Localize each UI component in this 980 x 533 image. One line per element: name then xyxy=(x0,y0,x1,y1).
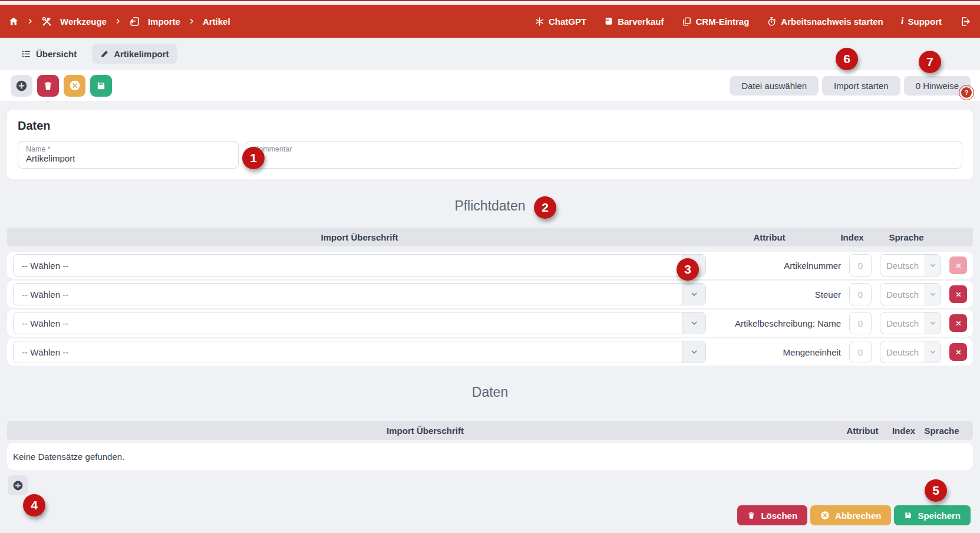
cancel-button[interactable]: Abbrechen xyxy=(810,505,891,525)
page: Werkzeuge Importe Artikel ChatGPT xyxy=(0,0,980,533)
navbar-actions: ChatGPT Barverkauf CRM-Eintrag Arbeitsna… xyxy=(534,15,971,27)
home-icon[interactable] xyxy=(8,16,19,27)
breadcrumb: Werkzeuge Importe Artikel xyxy=(8,16,230,27)
save-button[interactable]: Speichern xyxy=(894,505,971,525)
annotation-badge-5: 5 xyxy=(925,479,947,502)
footer-actions: Löschen Abbrechen Speichern xyxy=(737,505,971,525)
top-strip xyxy=(0,0,980,5)
annotation-badge-4: 4 xyxy=(23,494,45,516)
table-row: -- Wählen -- Artikelbeschreibung: Name D… xyxy=(7,310,973,337)
pflichtdaten-title: Pflichtdaten xyxy=(0,198,980,215)
chevron-separator-icon xyxy=(27,18,34,25)
toolbar-right: Datei auswählen Import starten 0 Hinweis… xyxy=(730,76,971,96)
choose-file-button[interactable]: Datei auswählen xyxy=(730,76,819,96)
import-column-select[interactable]: -- Wählen -- xyxy=(13,312,706,334)
name-fieldbox: Name * xyxy=(18,141,239,169)
empty-state-text: Keine Datensätze gefunden. xyxy=(13,452,124,462)
remove-row-button[interactable] xyxy=(949,256,967,274)
daten-card-title: Daten xyxy=(18,119,962,133)
sprache-select[interactable]: Deutsch xyxy=(880,254,941,277)
attribut-value: Artikelnummer xyxy=(706,261,849,271)
save-icon xyxy=(904,511,912,519)
sprache-select[interactable]: Deutsch xyxy=(880,312,941,334)
sprache-select[interactable]: Deutsch xyxy=(880,283,941,305)
annotation-badge-6: 6 xyxy=(836,48,858,70)
toolbar: Datei auswählen Import starten 0 Hinweis… xyxy=(0,70,980,101)
import-column-select[interactable]: -- Wählen -- xyxy=(13,283,706,305)
column-sprache: Sprache xyxy=(920,426,967,436)
table-row: -- Wählen -- Artikelnummer Deutsch xyxy=(7,252,973,279)
tab-row: Übersicht Artikelimport ? xyxy=(0,38,980,70)
remove-row-button[interactable] xyxy=(949,285,967,303)
crm-icon xyxy=(682,17,692,27)
attribut-value: Artikelbeschreibung: Name xyxy=(706,318,849,328)
kommentar-input[interactable] xyxy=(254,153,954,163)
chatgpt-icon xyxy=(534,17,545,27)
x-icon xyxy=(955,320,962,327)
nav-item-crm-eintrag[interactable]: CRM-Eintrag xyxy=(682,17,750,27)
column-import-ueberschrift: Import Überschrift xyxy=(13,232,706,242)
column-attribut: Attribut xyxy=(706,232,833,242)
help-button[interactable]: ? xyxy=(959,85,974,100)
chevron-down-icon xyxy=(682,341,705,363)
save-toolbar-button[interactable] xyxy=(90,75,112,97)
nav-item-chatgpt[interactable]: ChatGPT xyxy=(534,17,586,27)
column-sprache: Sprache xyxy=(872,232,941,242)
stopwatch-icon xyxy=(767,17,777,27)
daten-card: Daten Name * Kommentar xyxy=(7,110,973,179)
add-button[interactable] xyxy=(11,75,32,97)
tab-uebersicht[interactable]: Übersicht xyxy=(13,44,85,64)
logout-icon[interactable] xyxy=(959,16,971,27)
empty-state: Keine Datensätze gefunden. xyxy=(7,443,973,470)
daten-table-title: Daten xyxy=(0,384,980,401)
index-input[interactable] xyxy=(849,312,872,334)
breadcrumb-item-artikel: Artikel xyxy=(203,17,230,27)
x-circle-icon xyxy=(820,511,830,520)
pflichtdaten-rows: -- Wählen -- Artikelnummer Deutsch -- Wä… xyxy=(0,252,980,366)
delete-toolbar-button[interactable] xyxy=(37,75,59,97)
sprache-select[interactable]: Deutsch xyxy=(880,341,941,363)
annotation-badge-7: 7 xyxy=(919,51,941,73)
x-icon xyxy=(955,291,962,298)
breadcrumb-item-werkzeuge[interactable]: Werkzeuge xyxy=(60,17,107,27)
chevron-down-icon xyxy=(925,255,941,276)
index-input[interactable] xyxy=(849,341,872,363)
remove-row-button[interactable] xyxy=(949,343,967,361)
trash-icon xyxy=(747,511,755,519)
kommentar-fieldbox: Kommentar xyxy=(246,141,962,169)
nav-item-support[interactable]: i Support xyxy=(901,15,942,27)
import-column-select[interactable]: -- Wählen -- xyxy=(13,254,706,277)
index-input[interactable] xyxy=(849,254,872,277)
question-icon: ? xyxy=(961,87,972,98)
index-input[interactable] xyxy=(849,283,872,305)
column-index: Index xyxy=(887,426,920,436)
toolbar-left xyxy=(11,75,112,97)
navbar: Werkzeuge Importe Artikel ChatGPT xyxy=(0,5,980,38)
daten-table-header: Import Überschrift Attribut Index Sprach… xyxy=(7,421,973,440)
info-icon: i xyxy=(901,15,904,27)
tools-icon xyxy=(41,16,52,27)
cancel-toolbar-button[interactable] xyxy=(64,75,85,97)
table-row: -- Wählen -- Mengeneinheit Deutsch xyxy=(7,338,973,366)
import-column-select[interactable]: -- Wählen -- xyxy=(13,341,706,363)
nav-item-barverkauf[interactable]: Barverkauf xyxy=(604,17,664,27)
import-icon xyxy=(129,16,140,27)
annotation-badge-3: 3 xyxy=(677,258,699,281)
tab-artikelimport[interactable]: Artikelimport xyxy=(92,44,177,64)
pflichtdaten-header: Import Überschrift Attribut Index Sprach… xyxy=(7,228,973,246)
table-row: -- Wählen -- Steuer Deutsch xyxy=(7,281,973,308)
column-index: Index xyxy=(833,232,872,242)
chevron-down-icon xyxy=(682,284,705,305)
delete-button[interactable]: Löschen xyxy=(737,505,807,525)
name-input[interactable] xyxy=(26,153,230,163)
breadcrumb-item-importe[interactable]: Importe xyxy=(148,17,180,27)
chevron-down-icon xyxy=(682,312,705,334)
daten-fields: Name * Kommentar xyxy=(18,141,962,169)
chevron-separator-icon xyxy=(188,18,195,25)
nav-item-arbeitsnachweis[interactable]: Arbeitsnachweis starten xyxy=(767,17,883,27)
remove-row-button[interactable] xyxy=(949,314,967,332)
start-import-button[interactable]: Import starten xyxy=(822,76,900,96)
add-row-button[interactable] xyxy=(8,475,28,495)
wallet-icon xyxy=(604,17,613,26)
x-circle-icon xyxy=(69,80,81,91)
